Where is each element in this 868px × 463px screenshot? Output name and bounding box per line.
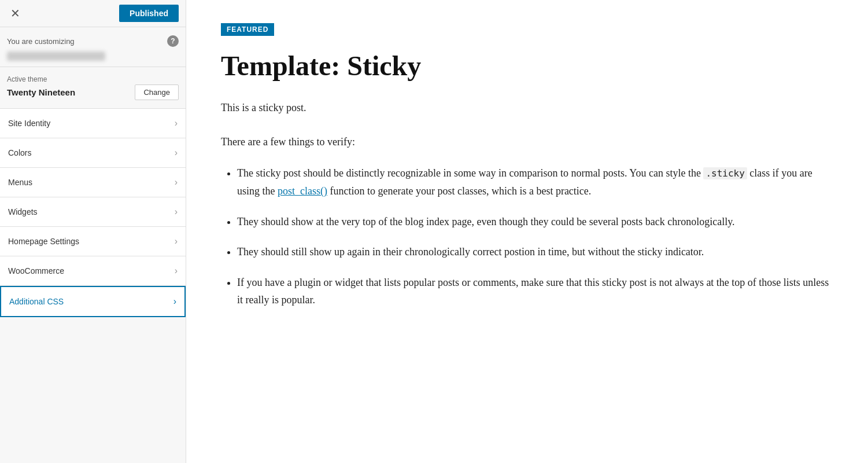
chevron-right-icon: ›: [175, 118, 178, 128]
post-class-link[interactable]: post_class(): [278, 185, 327, 197]
bullet-1-code: .sticky: [703, 167, 747, 179]
chevron-right-icon: ›: [175, 236, 178, 247]
chevron-right-icon: ›: [175, 207, 178, 217]
sidebar-item-label-widgets: Widgets: [8, 207, 38, 216]
sidebar-item-label-site-identity: Site Identity: [8, 119, 50, 128]
bullet-item-4: If you have a plugin or widget that list…: [237, 274, 833, 309]
sidebar-item-label-menus: Menus: [8, 178, 32, 187]
main-content: FEATURED Template: Sticky This is a stic…: [186, 0, 868, 463]
active-theme-label: Active theme: [7, 75, 179, 83]
featured-badge: FEATURED: [221, 23, 274, 36]
sidebar-item-widgets[interactable]: Widgets›: [0, 197, 186, 227]
sidebar-item-label-colors: Colors: [8, 148, 31, 157]
sidebar-item-woocommerce[interactable]: WooCommerce›: [0, 256, 186, 286]
nav-items: Site Identity›Colors›Menus›Widgets›Homep…: [0, 109, 186, 463]
sidebar: ✕ Published You are customizing ? Active…: [0, 0, 186, 463]
verify-text: There are a few things to verify:: [221, 133, 833, 151]
bullet-1-pre: The sticky post should be distinctly rec…: [237, 167, 703, 179]
post-intro: This is a sticky post.: [221, 99, 833, 117]
bullet-list: The sticky post should be distinctly rec…: [221, 164, 833, 309]
published-button[interactable]: Published: [119, 5, 179, 22]
chevron-right-icon: ›: [175, 177, 178, 188]
post-title: Template: Sticky: [221, 50, 833, 82]
help-icon[interactable]: ?: [167, 35, 179, 47]
bullet-item-3: They should still show up again in their…: [237, 243, 833, 261]
sidebar-item-menus[interactable]: Menus›: [0, 168, 186, 197]
chevron-right-icon: ›: [173, 296, 176, 307]
active-theme-name: Twenty Nineteen: [7, 87, 75, 97]
active-theme-section: Active theme Twenty Nineteen Change: [0, 67, 186, 109]
bullet-item-2: They should show at the very top of the …: [237, 213, 833, 231]
sidebar-item-site-identity[interactable]: Site Identity›: [0, 109, 186, 138]
customizing-label: You are customizing: [7, 37, 75, 46]
customizing-section: You are customizing ?: [0, 27, 186, 67]
chevron-right-icon: ›: [175, 266, 178, 276]
sidebar-item-homepage-settings[interactable]: Homepage Settings›: [0, 227, 186, 256]
bullet-item-1: The sticky post should be distinctly rec…: [237, 164, 833, 200]
sidebar-item-label-homepage-settings: Homepage Settings: [8, 237, 79, 246]
sidebar-item-label-additional-css: Additional CSS: [9, 297, 64, 306]
blurred-url: [7, 52, 105, 61]
sidebar-item-colors[interactable]: Colors›: [0, 138, 186, 168]
sidebar-header: ✕ Published: [0, 0, 186, 27]
bullet-1-post: function to generate your post classes, …: [327, 185, 591, 197]
sidebar-item-label-woocommerce: WooCommerce: [8, 266, 64, 275]
sidebar-item-additional-css[interactable]: Additional CSS›: [0, 286, 186, 317]
close-button[interactable]: ✕: [7, 6, 24, 20]
chevron-right-icon: ›: [175, 148, 178, 158]
change-theme-button[interactable]: Change: [135, 84, 179, 100]
